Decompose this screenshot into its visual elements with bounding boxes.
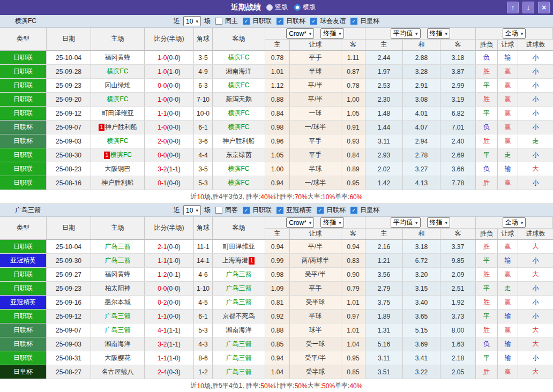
full-time-score: 1-0 bbox=[158, 124, 167, 131]
same-venue-checkbox[interactable] bbox=[215, 207, 222, 214]
half-time-score: (0-0) bbox=[167, 243, 181, 251]
date-cell: 25-08-30 bbox=[47, 148, 91, 162]
window-buttons: ↑ ↓ × bbox=[507, 2, 550, 13]
sub-column-header: 胜负 bbox=[476, 229, 498, 239]
europe-odds-cell: 2.02 bbox=[365, 162, 403, 176]
move-up-button[interactable]: ↑ bbox=[507, 2, 519, 13]
odds-time-select[interactable]: 终指▾ bbox=[427, 28, 451, 39]
goals-result-cell: 小 bbox=[518, 148, 553, 162]
average-select[interactable]: 平均值▾ bbox=[391, 217, 421, 228]
red-card-badge: 1 bbox=[104, 152, 110, 159]
corner-cell: 6-1 bbox=[194, 120, 213, 134]
full-time-score: 1-0 bbox=[158, 54, 167, 62]
away-team-name: 横滨FC bbox=[228, 81, 250, 90]
table-row: 日职联25-10-04福冈黄蜂1-0(0-0)3-5横滨FC0.78平手1.11… bbox=[0, 51, 553, 65]
home-team-name: 横滨FC bbox=[107, 95, 129, 104]
full-time-score: 4-1 bbox=[158, 327, 167, 334]
europe-odds-cell: 5.16 bbox=[365, 337, 403, 351]
handicap-odds-cell: 0.91 bbox=[341, 120, 365, 134]
half-time-score: (1-1) bbox=[167, 165, 181, 173]
league-badge: 日职联 bbox=[0, 51, 47, 64]
score-cell: 0-1(0-0) bbox=[145, 176, 194, 190]
europe-odds-cell: 6.72 bbox=[403, 254, 440, 267]
europe-odds-cell: 2.69 bbox=[440, 148, 476, 162]
bookmaker-select[interactable]: Crow*▾ bbox=[286, 28, 314, 39]
handicap-odds-cell: 平手 bbox=[290, 148, 341, 162]
close-button[interactable]: × bbox=[538, 2, 550, 13]
away-team-name: 广岛三箭 bbox=[226, 298, 252, 307]
average-select[interactable]: 平均值▾ bbox=[391, 28, 421, 39]
odds-time-select[interactable]: 终指▾ bbox=[320, 217, 344, 228]
away-team-cell: 广岛三箭 bbox=[213, 351, 265, 365]
full-time-score: 2-0 bbox=[158, 138, 167, 145]
corner-cell: 5-3 bbox=[194, 323, 213, 337]
dropdown-value: Crow* bbox=[289, 219, 307, 227]
odds-time-select[interactable]: 终指▾ bbox=[320, 28, 344, 39]
europe-odds-cell: 3.11 bbox=[365, 351, 403, 365]
away-team-name: 新泻天鹅 bbox=[226, 95, 252, 104]
dropdown-value: 全场 bbox=[505, 218, 518, 227]
competition-checkbox[interactable]: ✓ bbox=[350, 18, 357, 25]
goals-result-cell: 小 bbox=[518, 107, 553, 120]
match-count-select[interactable]: 10▾ bbox=[183, 16, 201, 26]
competition-checkbox[interactable]: ✓ bbox=[243, 207, 250, 214]
away-team-cell: 横滨FC bbox=[213, 79, 265, 92]
goals-result-cell: 大 bbox=[518, 162, 553, 176]
summary-text: 10 bbox=[197, 382, 204, 390]
odds-time-select[interactable]: 终指▾ bbox=[427, 217, 451, 228]
home-team-name: 神户胜利船 bbox=[105, 123, 137, 132]
same-venue-checkbox[interactable] bbox=[215, 18, 222, 25]
competition-checkbox[interactable]: ✓ bbox=[317, 207, 324, 214]
score-cell: 1-2(0-1) bbox=[145, 268, 194, 281]
league-badge: 日职联 bbox=[0, 240, 47, 253]
away-team-cell: 广岛三箭 bbox=[213, 365, 265, 379]
home-team-name: 冈山绿雉 bbox=[105, 81, 131, 90]
period-select[interactable]: 全场▾ bbox=[503, 28, 526, 39]
europe-odds-cell: 1.97 bbox=[365, 65, 403, 78]
league-badge: 日职联 bbox=[0, 162, 47, 176]
full-time-score: 1-1 bbox=[158, 257, 167, 265]
radio-label: 竖版 bbox=[275, 3, 288, 12]
games-label: 场 bbox=[204, 17, 211, 26]
europe-odds-cell: 1.48 bbox=[365, 107, 403, 120]
match-count-select[interactable]: 10▾ bbox=[183, 205, 201, 215]
handicap-odds-cell: 半球 bbox=[290, 310, 341, 323]
bookmaker-select[interactable]: Crow*▾ bbox=[286, 217, 314, 228]
score-cell: 2-4(0-3) bbox=[145, 365, 194, 379]
handicap-odds-cell: 受平/半 bbox=[290, 268, 341, 281]
europe-odds-cell: 3.87 bbox=[440, 65, 476, 78]
competition-label: 日联杯 bbox=[286, 17, 305, 26]
summary-text: 50% bbox=[295, 382, 308, 390]
europe-odds-cell: 2.88 bbox=[403, 51, 440, 64]
sub-column-header: 让球 bbox=[498, 40, 518, 50]
full-time-score: 1-2 bbox=[158, 271, 167, 278]
score-cell: 0-0(0-0) bbox=[145, 148, 194, 162]
competition-checkbox[interactable]: ✓ bbox=[310, 18, 317, 25]
league-badge: 日职联 bbox=[0, 65, 47, 78]
league-badge: 日联杯 bbox=[0, 120, 47, 134]
dropdown-value: 终指 bbox=[323, 29, 336, 38]
competition-checkbox[interactable]: ✓ bbox=[276, 207, 283, 214]
corner-cell: 1-10 bbox=[194, 282, 213, 295]
handicap-odds-cell: 受平/半 bbox=[290, 351, 341, 365]
half-time-score: (1-0) bbox=[167, 68, 181, 76]
score-cell: 1-1(0-0) bbox=[145, 310, 194, 323]
europe-odds-cell: 3.20 bbox=[403, 268, 440, 281]
period-select[interactable]: 全场▾ bbox=[503, 217, 526, 228]
full-time-score: 1-1 bbox=[158, 355, 167, 362]
summary-text: 让胜率: bbox=[273, 192, 294, 201]
competition-checkbox[interactable]: ✓ bbox=[243, 18, 250, 25]
layout-radio-horizontal[interactable]: 横版 bbox=[294, 3, 316, 12]
table-row: 日职联25-08-31大阪樱花1-1(1-0)8-6广岛三箭0.94受平/半0.… bbox=[0, 351, 553, 365]
move-down-button[interactable]: ↓ bbox=[522, 2, 534, 13]
table-row: 日职联25-08-16神户胜利船0-1(0-0)5-3横滨FC0.94一/球半0… bbox=[0, 176, 553, 190]
layout-radio-vertical[interactable]: 竖版 bbox=[266, 3, 288, 12]
handicap-odds-cell: 球半 bbox=[290, 323, 341, 337]
dropdown-value: 平均值 bbox=[393, 29, 413, 38]
competition-checkbox[interactable]: ✓ bbox=[350, 207, 357, 214]
europe-odds-cell: 4.13 bbox=[403, 176, 440, 190]
full-time-score: 1-1 bbox=[158, 313, 167, 320]
home-team-name: 柏太阳神 bbox=[105, 284, 131, 293]
handicap-result-cell: 输 bbox=[498, 337, 518, 351]
competition-checkbox[interactable]: ✓ bbox=[276, 18, 283, 25]
